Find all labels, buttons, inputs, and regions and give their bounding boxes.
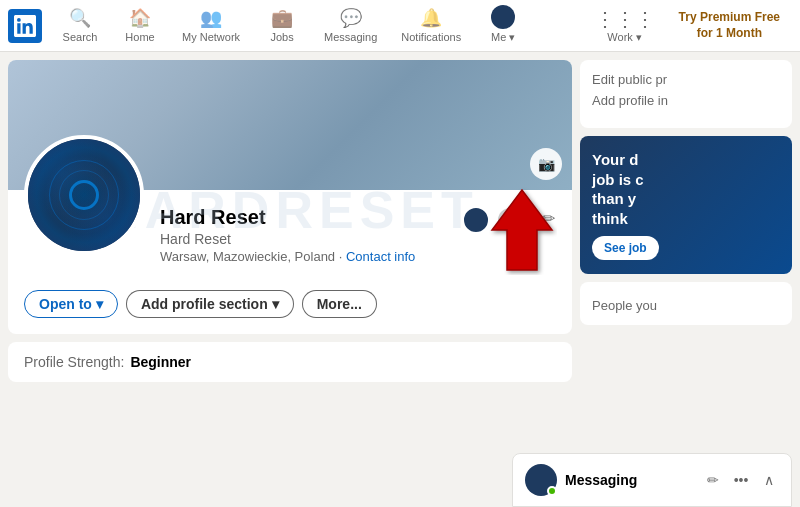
nav-search[interactable]: 🔍 Search xyxy=(50,0,110,52)
add-section-label: Add profile section xyxy=(141,296,268,312)
nav-messaging-label: Messaging xyxy=(324,31,377,43)
strength-label: Profile Strength: xyxy=(24,354,124,370)
pencil-icon: ✏ xyxy=(542,209,555,228)
connections-row: H xyxy=(462,206,524,234)
messaging-icons: ✏ ••• ∧ xyxy=(703,470,779,490)
add-section-arrow-icon: ▾ xyxy=(272,296,279,312)
messaging-label: Messaging xyxy=(565,472,695,488)
see-jobs-button[interactable]: See job xyxy=(592,236,659,260)
more-options-icon[interactable]: ••• xyxy=(731,470,751,490)
messaging-bar: Messaging ✏ ••• ∧ xyxy=(512,453,792,507)
nav-messaging[interactable]: 💬 Messaging xyxy=(312,0,389,52)
premium-banner-text: Your djob is cthan ythink xyxy=(592,150,780,228)
open-to-label: Open to xyxy=(39,296,92,312)
add-profile-in-link[interactable]: Add profile in xyxy=(592,93,780,108)
nav-notifications-label: Notifications xyxy=(401,31,461,43)
nav-work[interactable]: ⋮⋮⋮ Work ▾ xyxy=(583,0,667,52)
location-text: Warsaw, Mazowieckie, Poland xyxy=(160,249,335,264)
more-label: More... xyxy=(317,296,362,312)
right-sidebar: Edit public pr Add profile in Your djob … xyxy=(580,52,800,507)
profile-location: Warsaw, Mazowieckie, Poland · Contact in… xyxy=(160,249,556,264)
avatar-center-ring xyxy=(69,180,99,210)
nav-jobs[interactable]: 💼 Jobs xyxy=(252,0,312,52)
notifications-icon: 🔔 xyxy=(420,7,442,29)
more-button[interactable]: More... xyxy=(302,290,377,318)
cover-camera-button[interactable]: 📷 xyxy=(530,148,562,180)
premium-banner: Your djob is cthan ythink See job xyxy=(580,136,792,274)
nav-items: 🔍 Search 🏠 Home 👥 My Network 💼 Jobs 💬 Me… xyxy=(50,0,792,52)
home-icon: 🏠 xyxy=(129,7,151,29)
edit-profile-button[interactable]: ✏ xyxy=(536,206,560,230)
linkedin-logo[interactable] xyxy=(8,9,42,43)
collapse-icon[interactable]: ∧ xyxy=(759,470,779,490)
nav-home-label: Home xyxy=(125,31,154,43)
new-message-icon[interactable]: ✏ xyxy=(703,470,723,490)
avatar xyxy=(491,5,515,29)
navbar: 🔍 Search 🏠 Home 👥 My Network 💼 Jobs 💬 Me… xyxy=(0,0,800,52)
nav-search-label: Search xyxy=(63,31,98,43)
online-status-dot xyxy=(547,486,557,496)
nav-premium[interactable]: Try Premium Freefor 1 Month xyxy=(667,10,792,41)
strength-level: Beginner xyxy=(130,354,191,370)
people-you-label: People you xyxy=(592,298,780,313)
profile-area: 📷 HARDRESET Hard Reset Hard Reset xyxy=(0,52,580,507)
search-icon: 🔍 xyxy=(69,7,91,29)
connection-avatar-2: H xyxy=(496,206,524,234)
profile-strength: Profile Strength: Beginner xyxy=(8,342,572,382)
profile-card: 📷 HARDRESET Hard Reset Hard Reset xyxy=(8,60,572,334)
nav-network-label: My Network xyxy=(182,31,240,43)
nav-jobs-label: Jobs xyxy=(270,31,293,43)
nav-work-label: Work ▾ xyxy=(607,31,642,44)
sidebar-edit-public: Edit public pr Add profile in xyxy=(580,60,792,128)
connection-avatar-1 xyxy=(462,206,490,234)
avatar-inner xyxy=(28,139,140,251)
open-to-button[interactable]: Open to ▾ xyxy=(24,290,118,318)
messaging-icon: 💬 xyxy=(340,7,362,29)
nav-me-label: Me ▾ xyxy=(491,31,515,44)
messaging-avatar xyxy=(525,464,557,496)
main-layout: 📷 HARDRESET Hard Reset Hard Reset xyxy=(0,52,800,507)
edit-public-title: Edit public pr xyxy=(592,72,780,87)
people-you-know: People you xyxy=(580,282,792,325)
open-to-arrow-icon: ▾ xyxy=(96,296,103,312)
nav-home[interactable]: 🏠 Home xyxy=(110,0,170,52)
nav-me[interactable]: Me ▾ xyxy=(473,0,533,52)
profile-avatar xyxy=(24,135,144,255)
network-icon: 👥 xyxy=(200,7,222,29)
nav-network[interactable]: 👥 My Network xyxy=(170,0,252,52)
action-buttons: Open to ▾ Add profile section ▾ More... xyxy=(8,290,572,334)
jobs-icon: 💼 xyxy=(271,7,293,29)
add-profile-section-button[interactable]: Add profile section ▾ xyxy=(126,290,294,318)
contact-info-link[interactable]: Contact info xyxy=(346,249,415,264)
nav-notifications[interactable]: 🔔 Notifications xyxy=(389,0,473,52)
grid-icon: ⋮⋮⋮ xyxy=(595,7,655,31)
see-jobs-label: See job xyxy=(604,241,647,255)
